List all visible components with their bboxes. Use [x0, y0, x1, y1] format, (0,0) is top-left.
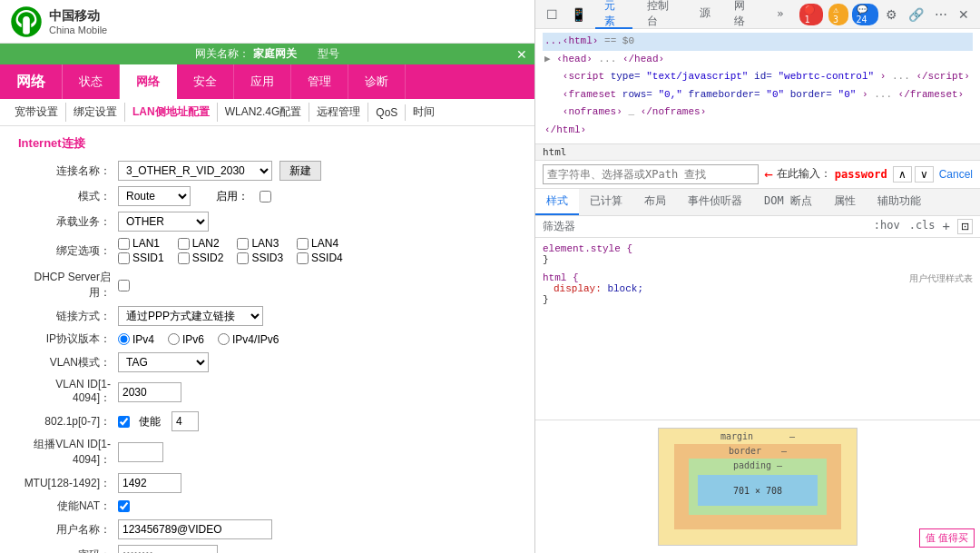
- search-input[interactable]: [543, 164, 759, 184]
- bind-lan3-checkbox[interactable]: [237, 238, 249, 250]
- tab-eventlisteners[interactable]: 事件侦听器: [677, 189, 753, 215]
- tab-dombreakpoints[interactable]: DOM 断点: [753, 189, 823, 215]
- bind-ssid1-checkbox[interactable]: [118, 252, 130, 264]
- tab-sources[interactable]: 源: [691, 0, 720, 29]
- tab-properties[interactable]: 属性: [823, 189, 867, 215]
- enable-label: 启用：: [216, 189, 249, 204]
- mode-label: 模式：: [18, 189, 118, 204]
- bind-ssid1: SSID1: [118, 252, 164, 264]
- close-icon[interactable]: ✕: [516, 47, 527, 62]
- sub-nav-item-qos[interactable]: QoS: [368, 104, 406, 121]
- log-badge: 💬 24: [852, 4, 878, 25]
- sub-nav-item-broadband[interactable]: 宽带设置: [7, 103, 66, 122]
- warning-badge: ⚠ 3: [828, 4, 848, 25]
- bind-ssid3-checkbox[interactable]: [237, 252, 249, 264]
- bind-lan4-checkbox[interactable]: [297, 238, 309, 250]
- bind-row: 绑定选项： LAN1 LAN2 LAN3 LAN4 SSID1 SSID2 SS…: [18, 237, 516, 264]
- link-select[interactable]: 通过PPP方式建立链接 直接建立链接: [118, 306, 263, 326]
- connection-select[interactable]: 3_OTHER_R_VID_2030: [118, 161, 272, 181]
- bind-lan1-checkbox[interactable]: [118, 238, 130, 250]
- mtu-input[interactable]: [118, 473, 181, 493]
- group-vlan-label: 组播VLAN ID[1-4094]：: [18, 437, 118, 468]
- dot1p-checkbox[interactable]: [118, 416, 130, 428]
- logo-cn-text: 中国移动: [49, 8, 107, 25]
- sub-nav-item-remote[interactable]: 远程管理: [309, 103, 368, 122]
- new-button[interactable]: 新建: [279, 161, 321, 181]
- device-icon[interactable]: 📱: [567, 5, 590, 24]
- tab-network[interactable]: 网络: [725, 0, 762, 29]
- cls-button[interactable]: .cls: [909, 219, 936, 234]
- group-vlan-input[interactable]: [118, 442, 163, 462]
- router-header: 中国移动 China Mobile: [0, 0, 534, 44]
- vlan-id-row: VLAN ID[1-4094]：: [18, 378, 516, 406]
- enable-checkbox[interactable]: [260, 191, 271, 202]
- add-style-button[interactable]: +: [943, 219, 950, 234]
- css-html-rule: html { 用户代理样式表 display: block; }: [543, 272, 973, 305]
- username-input[interactable]: [118, 519, 272, 539]
- logo-text: 中国移动 China Mobile: [49, 8, 107, 35]
- nav-item-security[interactable]: 安全: [177, 64, 234, 99]
- service-select[interactable]: OTHER INTERNET VOIP: [118, 212, 209, 232]
- tab-elements[interactable]: 元素: [595, 0, 632, 29]
- html-line-3: ‹script type= "text/javascript" id= "web…: [543, 68, 973, 86]
- mode-select[interactable]: Route Bridge: [118, 186, 191, 206]
- group-vlan-row: 组播VLAN ID[1-4094]：: [18, 437, 516, 468]
- tab-styles[interactable]: 样式: [535, 189, 579, 215]
- ipv6-radio[interactable]: [168, 333, 180, 345]
- settings-icon[interactable]: ⚙: [882, 5, 901, 24]
- inspect-icon[interactable]: ☐: [543, 5, 562, 24]
- bind-lan1: LAN1: [118, 237, 164, 250]
- error-badge: 🔴 1: [799, 4, 823, 25]
- sub-nav-item-wlan[interactable]: WLAN2.4G配置: [218, 103, 310, 122]
- tab-more[interactable]: »: [768, 0, 792, 29]
- service-control: OTHER INTERNET VOIP: [118, 212, 516, 232]
- nav-item-status[interactable]: 状态: [63, 64, 120, 99]
- arrow-icon: ←: [764, 165, 773, 183]
- css-element-style: element.style { }: [543, 243, 973, 265]
- connection-icon[interactable]: 🔗: [905, 5, 927, 24]
- mtu-control: [118, 473, 516, 493]
- service-label: 承载业务：: [18, 214, 118, 230]
- devtools-panel: ☐ 📱 元素 控制台 源 网络 » 🔴 1 ⚠ 3 💬 24 ⚙ 🔗 ⋯ ✕: [535, 0, 980, 553]
- ip-control: IPv4 IPv6 IPv4/IPv6: [118, 333, 516, 346]
- filter-buttons: :hov .cls + ⊡: [874, 219, 973, 234]
- bind-ssid2: SSID2: [178, 252, 224, 264]
- nav-item-network[interactable]: 网络: [120, 64, 177, 99]
- pseudo-button[interactable]: :hov: [874, 219, 900, 234]
- nat-control: [118, 500, 516, 512]
- nav-item-apps[interactable]: 应用: [234, 64, 291, 99]
- cancel-search-button[interactable]: Cancel: [939, 168, 973, 181]
- expand-button[interactable]: ⊡: [957, 219, 973, 234]
- ipv4v6-radio[interactable]: [218, 333, 230, 345]
- html-label: html: [535, 144, 980, 161]
- dhcp-checkbox[interactable]: [118, 280, 130, 291]
- search-prev-button[interactable]: ∧: [893, 166, 912, 183]
- tab-layout[interactable]: 布局: [633, 189, 677, 215]
- sub-nav-item-lan[interactable]: LAN侧地址配置: [125, 103, 218, 122]
- ipv4-radio[interactable]: [118, 333, 130, 345]
- vlan-id-control: [118, 382, 516, 402]
- close-devtools-icon[interactable]: ✕: [955, 5, 973, 24]
- tab-console[interactable]: 控制台: [638, 0, 685, 29]
- vlan-id-input[interactable]: [118, 382, 181, 402]
- filter-label: 筛选器: [543, 219, 575, 234]
- bind-lan2-checkbox[interactable]: [178, 238, 190, 250]
- search-next-button[interactable]: ∨: [915, 166, 934, 183]
- search-bar: ← 在此输入： password ∧ ∨ Cancel: [535, 161, 980, 189]
- more-icon[interactable]: ⋯: [931, 5, 951, 24]
- tab-computed[interactable]: 已计算: [579, 189, 633, 215]
- vlan-mode-select[interactable]: TAG UNTAG: [118, 352, 209, 372]
- nav-item-diagnose[interactable]: 诊断: [348, 64, 406, 99]
- box-model-area: margin – border – padding – 701 × 708: [535, 420, 980, 553]
- bind-ssid4-checkbox[interactable]: [297, 252, 309, 264]
- tab-accessibility[interactable]: 辅助功能: [867, 189, 932, 215]
- bind-ssid2-checkbox[interactable]: [178, 252, 190, 264]
- dot1p-input[interactable]: [172, 411, 199, 431]
- box-model-container: margin – border – padding – 701 × 708: [658, 428, 858, 546]
- nav-item-manage[interactable]: 管理: [291, 64, 348, 99]
- sub-nav-item-bind[interactable]: 绑定设置: [66, 103, 125, 122]
- sub-nav-item-time[interactable]: 时间: [406, 103, 442, 122]
- nat-checkbox[interactable]: [118, 500, 130, 512]
- search-keyword: password: [835, 168, 887, 181]
- password-input[interactable]: [118, 545, 218, 553]
